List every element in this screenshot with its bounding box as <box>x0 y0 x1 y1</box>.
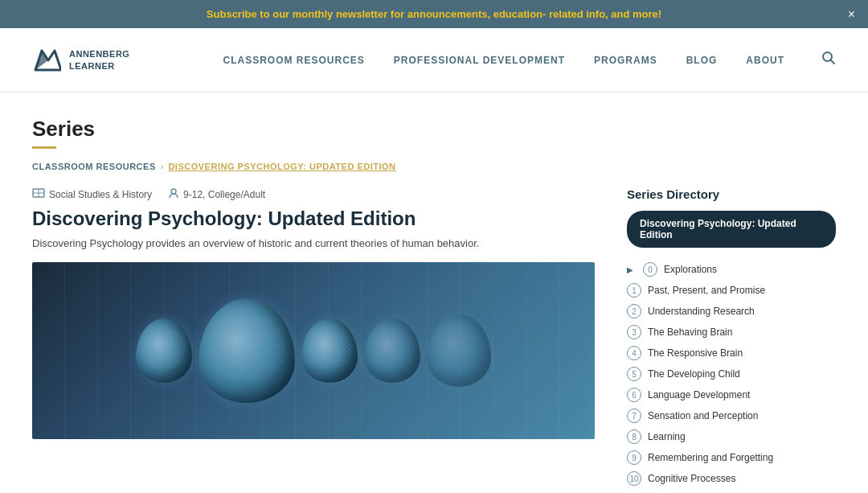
main-layout: Social Studies & History 9-12, College/A… <box>32 187 836 489</box>
item-label: The Behaving Brain <box>648 327 732 338</box>
grade-icon <box>168 187 179 201</box>
banner-text: Subscribe to our monthly newsletter for … <box>207 8 661 20</box>
expand-arrow-icon: ▶ <box>627 265 633 274</box>
nav-classroom-resources[interactable]: CLASSROOM RESOURCES <box>223 55 364 66</box>
item-number: 0 <box>643 262 657 277</box>
logo-icon <box>32 46 61 75</box>
item-number: 1 <box>627 283 641 298</box>
list-item[interactable]: 4 The Responsive Brain <box>627 343 836 364</box>
list-item[interactable]: 9 Remembering and Forgetting <box>627 447 836 468</box>
directory-selected-button[interactable]: Discovering Psychology: Updated Edition <box>627 211 836 248</box>
nav-programs[interactable]: PROGRAMS <box>594 55 657 66</box>
series-image <box>32 262 595 439</box>
item-number: 10 <box>627 471 641 486</box>
series-title: Discovering Psychology: Updated Edition <box>32 207 595 231</box>
nav-about[interactable]: ABOUT <box>746 55 784 66</box>
breadcrumb-home[interactable]: CLASSROOM RESOURCES <box>32 162 156 171</box>
directory-list: ▶ 0 Explorations 1 Past, Present, and Pr… <box>627 259 836 489</box>
svg-point-7 <box>171 189 176 194</box>
item-label: Cognitive Processes <box>648 473 735 484</box>
breadcrumb-current[interactable]: DISCOVERING PSYCHOLOGY: UPDATED EDITION <box>168 162 395 171</box>
item-number: 3 <box>627 325 641 339</box>
series-description: Discovering Psychology provides an overv… <box>32 237 595 249</box>
svg-line-3 <box>831 60 835 64</box>
list-item[interactable]: 3 The Behaving Brain <box>627 322 836 343</box>
breadcrumb-separator: › <box>161 162 164 171</box>
content-left: Social Studies & History 9-12, College/A… <box>32 187 595 439</box>
item-number: 8 <box>627 429 641 444</box>
svg-marker-1 <box>35 51 48 70</box>
item-label: Sensation and Perception <box>648 410 758 421</box>
title-underline <box>32 146 56 149</box>
list-item[interactable]: ▶ 0 Explorations <box>627 259 836 280</box>
meta-grade: 9-12, College/Adult <box>168 187 265 201</box>
item-label: Remembering and Forgetting <box>648 452 773 463</box>
directory-title: Series Directory <box>627 187 836 201</box>
item-number: 7 <box>627 409 641 423</box>
item-label: The Developing Child <box>648 368 740 380</box>
search-button[interactable] <box>821 51 836 69</box>
main-nav: CLASSROOM RESOURCES PROFESSIONAL DEVELOP… <box>223 51 836 69</box>
list-item[interactable]: 7 Sensation and Perception <box>627 405 836 426</box>
site-header: ANNENBERG LEARNER CLASSROOM RESOURCES PR… <box>0 28 868 92</box>
list-item[interactable]: 10 Cognitive Processes <box>627 468 836 489</box>
breadcrumb: CLASSROOM RESOURCES › DISCOVERING PSYCHO… <box>32 162 836 171</box>
list-item[interactable]: 5 The Developing Child <box>627 364 836 384</box>
logo[interactable]: ANNENBERG LEARNER <box>32 46 161 75</box>
grade-label: 9-12, College/Adult <box>183 189 265 200</box>
announcement-banner: Subscribe to our monthly newsletter for … <box>0 0 868 28</box>
item-number: 6 <box>627 388 641 402</box>
item-number: 5 <box>627 367 641 381</box>
list-item[interactable]: 1 Past, Present, and Promise <box>627 280 836 301</box>
item-number: 2 <box>627 304 641 318</box>
series-directory: Series Directory Discovering Psychology:… <box>627 187 836 489</box>
banner-close-button[interactable]: × <box>848 7 855 22</box>
nav-blog[interactable]: BLOG <box>686 55 718 66</box>
page-body: Series CLASSROOM RESOURCES › DISCOVERING… <box>0 92 868 493</box>
item-label: Language Development <box>648 389 750 401</box>
search-icon <box>821 51 836 65</box>
subject-label: Social Studies & History <box>49 189 152 200</box>
logo-text: ANNENBERG LEARNER <box>69 48 129 72</box>
list-item[interactable]: 8 Learning <box>627 426 836 447</box>
subject-icon <box>32 187 45 201</box>
item-label: Learning <box>648 431 686 442</box>
item-label: Explorations <box>664 264 717 275</box>
item-number: 9 <box>627 450 641 465</box>
list-item[interactable]: 2 Understanding Research <box>627 301 836 322</box>
list-item[interactable]: 6 Language Development <box>627 384 836 405</box>
nav-professional-development[interactable]: PROFESSIONAL DEVELOPMENT <box>394 55 565 66</box>
item-label: The Responsive Brain <box>648 347 743 359</box>
meta-subject: Social Studies & History <box>32 187 152 201</box>
meta-row: Social Studies & History 9-12, College/A… <box>32 187 595 201</box>
item-number: 4 <box>627 346 641 360</box>
item-label: Understanding Research <box>648 306 755 317</box>
page-title: Series <box>32 117 836 142</box>
item-label: Past, Present, and Promise <box>648 285 765 296</box>
